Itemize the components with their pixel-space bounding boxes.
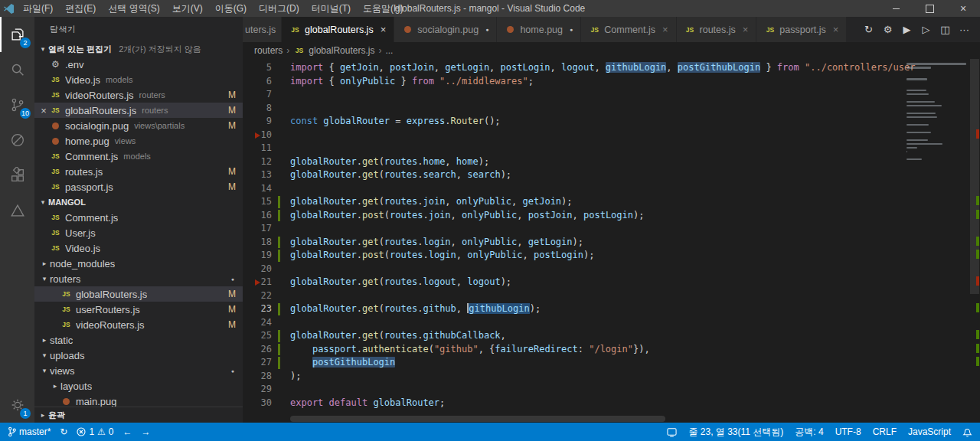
nav-forward-button[interactable]: → xyxy=(142,426,151,437)
tree-item[interactable]: ▸layouts xyxy=(34,378,243,394)
gutter[interactable]: 11 xyxy=(243,142,290,155)
problems-indicator[interactable]: 1 ⚠ 0 xyxy=(77,426,113,437)
horizontal-scrollbar[interactable] xyxy=(290,415,896,423)
encoding-setting[interactable]: UTF-8 xyxy=(835,426,861,437)
open-editor-item[interactable]: JSComment.jsmodels xyxy=(34,149,243,164)
sync-changes-icon[interactable]: ↻ xyxy=(859,24,878,35)
tab[interactable]: home.pug● xyxy=(497,17,581,42)
indentation-setting[interactable]: 공백: 4 xyxy=(795,426,823,439)
gutter[interactable]: 6 xyxy=(243,75,290,89)
open-editor-item[interactable]: JSvideoRouters.jsroutersM xyxy=(34,87,243,103)
gutter[interactable]: 16 xyxy=(243,209,290,223)
cursor-position[interactable]: 줄 23, 열 33(11 선택됨) xyxy=(688,426,783,439)
close-icon[interactable]: × xyxy=(833,24,839,35)
close-icon[interactable]: × xyxy=(662,24,668,35)
breadcrumb-item[interactable]: ... xyxy=(385,45,393,56)
gutter[interactable]: 5 xyxy=(243,61,290,75)
gutter[interactable]: 27 xyxy=(243,356,290,370)
tree-item[interactable]: JSuserRouters.jsM xyxy=(34,302,243,317)
line-content[interactable] xyxy=(290,383,980,397)
line-content[interactable]: globalRouter.get(routes.search, search); xyxy=(290,168,980,182)
tab[interactable]: socialogin.pug● xyxy=(394,17,497,42)
run-without-debugging-icon[interactable]: ▷ xyxy=(916,24,936,35)
nav-back-button[interactable]: ← xyxy=(123,426,132,437)
line-content[interactable] xyxy=(290,289,980,303)
gutter[interactable]: 15 xyxy=(243,195,290,209)
line-content[interactable]: ); xyxy=(290,370,980,384)
line-content[interactable] xyxy=(290,222,980,236)
outline-header[interactable]: ▸ 윤곽 xyxy=(34,407,243,423)
gutter[interactable]: 18 xyxy=(243,236,290,250)
open-editor-item[interactable]: ×JSglobalRouters.jsroutersM xyxy=(34,103,243,118)
breadcrumb-item[interactable]: JSglobalRouters.js xyxy=(293,45,374,57)
settings-gear-icon[interactable]: ⚙ xyxy=(878,24,897,35)
tree-item[interactable]: JSUser.js xyxy=(34,225,243,240)
line-content[interactable] xyxy=(290,263,980,276)
tab[interactable]: uters.js xyxy=(243,17,282,42)
line-content[interactable]: postGithubLogin xyxy=(290,356,980,370)
gutter[interactable]: 21 xyxy=(243,276,290,289)
line-content[interactable] xyxy=(290,88,980,102)
menu-item[interactable]: 디버그(D) xyxy=(253,0,305,17)
tree-item[interactable]: ▾views● xyxy=(34,363,243,378)
tree-item[interactable]: ▸node_modules xyxy=(34,256,243,271)
tab[interactable]: JSroutes.js× xyxy=(677,17,757,42)
activity-azure[interactable] xyxy=(0,193,34,228)
tab[interactable]: JSpassport.js× xyxy=(756,17,847,42)
tree-item[interactable]: JSComment.js xyxy=(34,210,243,225)
close-icon[interactable]: × xyxy=(381,24,387,35)
line-content[interactable] xyxy=(290,182,980,196)
project-header[interactable]: ▾ MANGOL xyxy=(34,194,243,210)
gutter[interactable]: 25 xyxy=(243,329,290,343)
gutter[interactable]: 26 xyxy=(243,343,290,357)
dirty-indicator-icon[interactable]: ● xyxy=(570,27,573,32)
tree-item[interactable]: ▾routers● xyxy=(34,271,243,286)
gutter[interactable]: 30 xyxy=(243,397,290,410)
activity-search[interactable] xyxy=(0,52,34,87)
open-editor-item[interactable]: JSVideo.jsmodels xyxy=(34,72,243,87)
gutter[interactable]: 12 xyxy=(243,155,290,169)
line-content[interactable]: globalRouter.get(routes.github, githubLo… xyxy=(290,302,980,316)
minimize-button[interactable] xyxy=(879,0,913,17)
line-content[interactable]: globalRouter.post(routes.login, onlyPubl… xyxy=(290,249,980,263)
maximize-button[interactable] xyxy=(913,0,946,17)
gutter[interactable]: 14 xyxy=(243,182,290,196)
line-content[interactable] xyxy=(290,129,980,142)
tab[interactable]: JSglobalRouters.js× xyxy=(282,17,394,42)
notifications-button[interactable] xyxy=(962,427,972,437)
gutter[interactable]: 22 xyxy=(243,289,290,303)
line-content[interactable]: globalRouter.get(routes.githubCallback, xyxy=(290,329,980,343)
activity-extensions[interactable] xyxy=(0,158,34,193)
line-content[interactable]: globalRouter.get(routes.logout, logout); xyxy=(290,276,980,289)
dirty-indicator-icon[interactable]: ● xyxy=(485,27,488,32)
code-editor[interactable]: 5import { getJoin, postJoin, getLogin, p… xyxy=(243,59,980,423)
menu-item[interactable]: 보기(V) xyxy=(166,0,209,17)
gutter[interactable]: 13 xyxy=(243,168,290,182)
tree-item[interactable]: JSvideoRouters.jsM xyxy=(34,317,243,332)
scrollbar-thumb[interactable] xyxy=(290,416,665,422)
breadcrumb-item[interactable]: routers xyxy=(254,45,283,56)
open-editor-item[interactable]: ⚙.env xyxy=(34,57,243,72)
line-content[interactable] xyxy=(290,316,980,330)
gutter[interactable]: 9 xyxy=(243,115,290,129)
menu-item[interactable]: 파일(F) xyxy=(17,0,59,17)
open-editors-header[interactable]: ▾ 열려 있는 편집기 2개(가) 저장되지 않음 xyxy=(34,41,243,57)
tree-item[interactable]: JSglobalRouters.jsM xyxy=(34,286,243,302)
menu-item[interactable]: 편집(E) xyxy=(59,0,102,17)
split-editor-icon[interactable]: ◫ xyxy=(936,24,955,35)
tree-item[interactable]: JSVideo.js xyxy=(34,240,243,256)
open-editor-item[interactable]: home.pugviews xyxy=(34,133,243,149)
menu-item[interactable]: 이동(G) xyxy=(209,0,253,17)
line-content[interactable]: import { onlyPublic } from "../middlewar… xyxy=(290,75,980,89)
close-icon[interactable]: × xyxy=(38,105,50,116)
gutter[interactable]: 7 xyxy=(243,88,290,102)
minimap[interactable] xyxy=(906,63,969,162)
eol-setting[interactable]: CRLF xyxy=(873,426,897,437)
close-button[interactable]: × xyxy=(946,0,980,17)
feedback-button[interactable] xyxy=(667,427,677,437)
gutter[interactable]: 24 xyxy=(243,316,290,330)
line-content[interactable]: globalRouter.get(routes.join, onlyPublic… xyxy=(290,195,980,209)
line-content[interactable]: passport.authenticate("github", {failure… xyxy=(290,343,980,357)
line-content[interactable]: export default globalRouter; xyxy=(290,397,980,410)
sync-button[interactable]: ↻ xyxy=(60,426,67,437)
